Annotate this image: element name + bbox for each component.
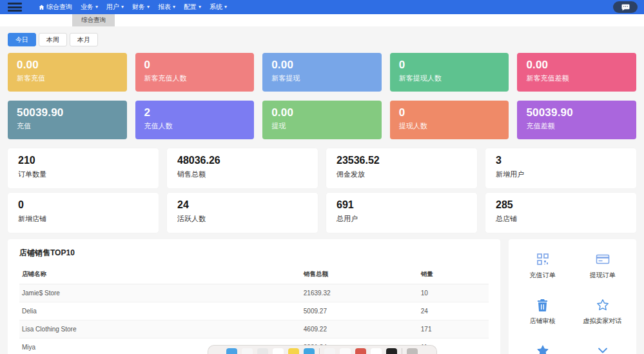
action-virtual-seller-chat[interactable]: 虚拟卖家对话 — [572, 298, 632, 326]
action-shop-review[interactable]: 店铺审核 — [512, 298, 572, 326]
dock-app-icon[interactable] — [407, 348, 418, 354]
dock-app-icon[interactable] — [288, 348, 299, 354]
summary-cards-row1: 210 订单数量 48036.26 销售总额 23536.52 佣金发放 3 新… — [8, 148, 636, 188]
summary-value: 0 — [18, 199, 148, 211]
summary-card-active-users: 24 活跃人数 — [167, 193, 318, 233]
summary-label: 订单数量 — [18, 170, 148, 179]
shop-name-cell: Lisa Clothing Store — [19, 320, 301, 339]
credit-card-icon — [596, 253, 610, 265]
table-row: Delia 5009.27 24 — [19, 302, 489, 320]
stat-label: 提现人数 — [399, 121, 500, 131]
nav-item-finance[interactable]: 财务 ▾ — [132, 3, 150, 12]
chat-button[interactable] — [613, 1, 638, 13]
stat-card-recharge: 50039.90 充值 — [8, 101, 127, 139]
stat-cards-row1: 0.00 新客充值 0 新客充值人数 0.00 新客提现 0 新客提现人数 0.… — [8, 53, 636, 92]
stat-label: 充值差额 — [526, 121, 627, 131]
chevron-down-icon — [597, 347, 609, 354]
action-label: 虚拟卖家对话 — [572, 317, 632, 326]
action-label: 提现订单 — [572, 271, 632, 280]
stat-label: 提现 — [271, 121, 373, 131]
summary-card-new-shops: 0 新增店铺 — [8, 193, 159, 233]
summary-value: 48036.26 — [177, 155, 307, 166]
dock-app-icon[interactable] — [371, 348, 382, 354]
chat-icon — [621, 4, 630, 11]
dock-app-icon[interactable] — [386, 348, 397, 354]
summary-label: 销售总额 — [177, 170, 307, 179]
caret-down-icon: ▾ — [121, 5, 124, 10]
table-header-row: 店铺名称 销售总额 销量 — [19, 265, 489, 284]
summary-card-orders: 210 订单数量 — [8, 148, 159, 188]
home-icon — [39, 5, 44, 10]
action-order-list[interactable]: 订单列表71 — [512, 344, 572, 354]
nav-item-home[interactable]: 综合查询 — [39, 3, 72, 12]
summary-card-total-sales: 48036.26 销售总额 — [167, 148, 318, 188]
nav-item-label: 综合查询 — [46, 3, 72, 12]
stat-card-recharge-users: 2 充值人数 — [135, 101, 255, 139]
sales-qty-cell: 171 — [418, 320, 489, 339]
nav-item-system[interactable]: 系统 ▾ — [210, 3, 227, 12]
shop-name-cell: Delia — [19, 302, 301, 320]
summary-cards-row2: 0 新增店铺 24 活跃人数 691 总用户 285 总店铺 — [8, 193, 636, 233]
stat-label: 新客提现人数 — [399, 74, 500, 83]
summary-value: 24 — [177, 199, 307, 211]
action-label: 店铺审核 — [512, 317, 572, 326]
nav-item-label: 报表 — [158, 3, 171, 12]
nav-item-config[interactable]: 配置 ▾ — [184, 3, 201, 12]
stat-value: 50039.90 — [526, 106, 627, 119]
stat-value: 0.00 — [526, 59, 627, 72]
summary-label: 新增用户 — [496, 170, 626, 179]
nav-item-business[interactable]: 业务 ▾ — [81, 3, 98, 12]
stat-value: 0 — [144, 59, 246, 72]
col-sales-qty: 销量 — [418, 265, 489, 284]
summary-label: 总店铺 — [496, 214, 626, 224]
dock-app-icon[interactable] — [355, 348, 366, 354]
dock-app-icon[interactable] — [273, 348, 284, 354]
tab-summary-query[interactable]: 综合查询 — [72, 14, 115, 26]
top-shops-card: 店铺销售TOP10 店铺名称 销售总额 销量 Jamie$ Store 2163… — [8, 239, 500, 354]
stat-card-new-withdraw-users: 0 新客提现人数 — [390, 53, 509, 92]
dock-app-icon[interactable] — [257, 348, 268, 354]
top-shops-title: 店铺销售TOP10 — [19, 248, 489, 259]
qr-code-icon — [536, 253, 549, 266]
table-row: Lisa Clothing Store 4609.22 171 — [19, 320, 489, 339]
this-month-button[interactable]: 本月 — [70, 33, 98, 46]
today-button[interactable]: 今日 — [8, 33, 36, 46]
caret-down-icon: ▾ — [147, 5, 150, 10]
nav-item-reports[interactable]: 报表 ▾ — [158, 3, 175, 12]
stat-label: 新客充值差额 — [526, 74, 627, 83]
summary-card-total-users: 691 总用户 — [326, 193, 477, 233]
action-recharge-orders[interactable]: 充值订单 — [512, 252, 572, 280]
dock-app-icon[interactable] — [242, 348, 253, 354]
stat-value: 50039.90 — [17, 106, 118, 119]
macos-dock[interactable] — [208, 345, 437, 354]
stat-card-new-recharge-users: 0 新客充值人数 — [135, 53, 255, 92]
caret-down-icon: ▾ — [95, 5, 98, 10]
summary-value: 691 — [337, 199, 467, 211]
col-sales-total: 销售总额 — [301, 265, 418, 284]
action-return-orders[interactable]: 退货订单30 — [572, 344, 632, 354]
menu-toggle-button[interactable] — [8, 3, 22, 12]
stat-cards-row2: 50039.90 充值 2 充值人数 0.00 提现 0 提现人数 50039.… — [8, 101, 636, 139]
top-navbar: 综合查询 业务 ▾ 用户 ▾ 财务 ▾ 报表 ▾ 配置 ▾ — [0, 0, 644, 14]
summary-value: 210 — [18, 155, 148, 166]
summary-card-new-users: 3 新增用户 — [485, 148, 636, 188]
nav-item-user[interactable]: 用户 ▾ — [106, 3, 124, 12]
dock-app-icon[interactable] — [340, 348, 351, 354]
stat-card-new-withdraw: 0.00 新客提现 — [262, 53, 382, 92]
nav-item-label: 财务 — [132, 3, 145, 12]
summary-label: 活跃人数 — [177, 214, 307, 224]
main-nav: 综合查询 业务 ▾ 用户 ▾ 财务 ▾ 报表 ▾ 配置 ▾ — [39, 3, 227, 12]
stat-label: 充值人数 — [144, 121, 246, 131]
dock-app-icon[interactable] — [304, 348, 315, 354]
main-content: 今日 本周 本月 0.00 新客充值 0 新客充值人数 0.00 新客提现 0 … — [0, 26, 644, 354]
dock-app-icon[interactable] — [226, 348, 237, 354]
this-week-button[interactable]: 本周 — [39, 33, 67, 46]
caret-down-icon: ▾ — [224, 5, 227, 10]
summary-value: 285 — [496, 199, 626, 211]
action-withdraw-orders[interactable]: 提现订单 — [572, 252, 632, 280]
caret-down-icon: ▾ — [199, 5, 201, 10]
dock-app-icon[interactable] — [324, 348, 335, 354]
stat-label: 新客提现 — [271, 74, 373, 83]
stat-card-recharge-diff: 50039.90 充值差额 — [517, 101, 636, 139]
stat-card-new-recharge-diff: 0.00 新客充值差额 — [517, 53, 636, 92]
